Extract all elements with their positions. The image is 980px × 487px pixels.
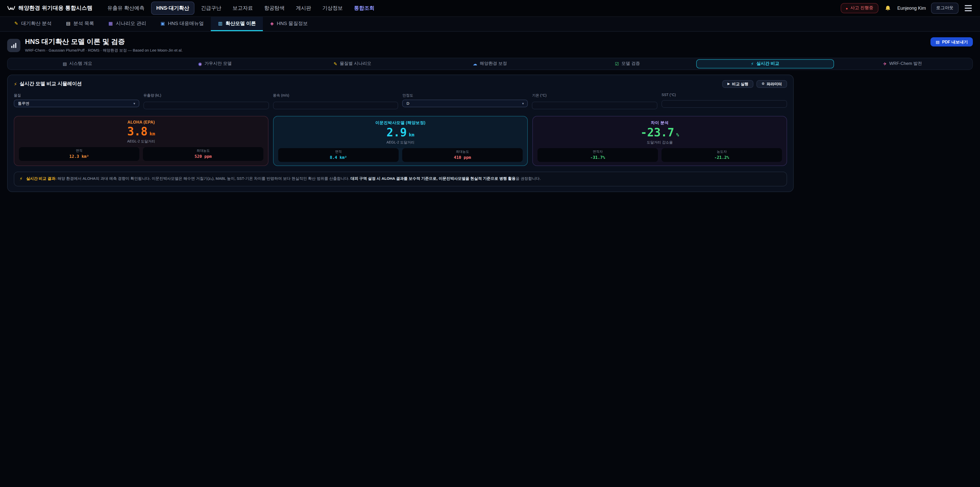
play-icon: ▶ (727, 83, 730, 86)
tab-atmospheric-analysis[interactable]: ✎ 대기확산 분석 (7, 17, 59, 31)
status-dot-icon: ● (846, 6, 848, 10)
chevron-down-icon: ▾ (522, 101, 524, 105)
nav-item-board[interactable]: 게시판 (291, 2, 316, 14)
nav-item-emergency-rescue[interactable]: 긴급구난 (196, 2, 226, 14)
stability-select[interactable]: D ▾ (402, 100, 528, 107)
wind-speed-input[interactable] (273, 102, 398, 109)
run-comparison-button[interactable]: ▶ 비교 실행 (722, 80, 753, 88)
sub-tab-bar: ✎ 대기확산 분석 ▤ 분석 목록 ▦ 시나리오 관리 ▣ HNS 대응매뉴얼 … (0, 17, 980, 32)
flask-icon: ◈ (270, 21, 274, 26)
spill-volume-input[interactable] (143, 102, 269, 109)
tab-label: 분석 목록 (73, 20, 94, 27)
section-nav: ▤ 시스템 개요 ◉ 가우시안 모델 ✎ 물질별 시나리오 ☁ 해양환경 보정 … (7, 58, 973, 70)
lightning-icon: ⚡ (14, 81, 17, 86)
pdf-export-button[interactable]: ▤ PDF 내보내기 (931, 37, 973, 46)
card-stats: 면적 12.3 km² 최대농도 520 ppm (19, 147, 263, 161)
document-icon: ▤ (66, 21, 70, 26)
section-label: 시스템 개요 (69, 61, 92, 67)
tab-diffusion-model-theory[interactable]: ▥ 확산모델 이론 (211, 17, 263, 31)
substance-select-value: 톨루엔 (18, 101, 29, 106)
tab-label: 확산모델 이론 (225, 20, 256, 27)
top-navigation: 해양환경 위기대응 통합시스템 유출유 확산예측 HNS·대기확산 긴급구난 보… (0, 0, 980, 17)
gaussian-circle-icon: ◉ (198, 62, 202, 66)
stat-max-concentration: 최대농도 520 ppm (143, 147, 263, 161)
incident-status-badge[interactable]: ● 사고 진행중 (841, 3, 878, 13)
card-title: ALOHA (EPA) (19, 120, 263, 125)
tab-hns-response-manual[interactable]: ▣ HNS 대응매뉴얼 (153, 17, 211, 31)
tab-analysis-list[interactable]: ▤ 분석 목록 (59, 17, 101, 31)
section-item-system-overview[interactable]: ▤ 시스템 개요 (9, 59, 146, 69)
stat-concentration-diff: 농도차 -21.2% (662, 148, 782, 162)
comparison-note-text: 실시간 비교 결과: 해양 환경에서 ALOHA의 과대 예측 경향이 확인됩니… (26, 176, 541, 182)
card-caption: 도달거리 감소율 (538, 140, 782, 145)
logout-button[interactable]: 로그아웃 (931, 3, 959, 14)
notification-bell-button[interactable] (883, 4, 892, 13)
section-item-wrf-chem[interactable]: ✈ WRF-Chem 발전 (834, 59, 971, 69)
main-menu: 유출유 확산예측 HNS·대기확산 긴급구난 보고자료 항공탐색 게시판 기상정… (103, 2, 841, 15)
book-icon: ▣ (161, 21, 165, 26)
folder-icon: ▦ (108, 21, 113, 26)
pdf-export-label: PDF 내보내기 (942, 39, 968, 45)
card-title: 이문진박사모델 (해양보정) (278, 120, 523, 126)
incident-status-label: 사고 진행중 (850, 5, 873, 11)
control-stability: 안정도 D ▾ (402, 93, 528, 109)
rocket-icon: ✈ (883, 62, 886, 66)
section-item-substance-scenarios[interactable]: ✎ 물질별 시나리오 (284, 59, 422, 69)
sst-input[interactable] (662, 100, 787, 108)
comparison-note: ⚡ 실시간 비교 결과: 해양 환경에서 ALOHA의 과대 예측 경향이 확인… (14, 172, 787, 186)
air-temperature-input[interactable] (532, 102, 658, 109)
spill-volume-label: 유출량 (kL) (143, 93, 269, 98)
card-title: 차이 분석 (538, 120, 782, 126)
chart-icon: ▥ (218, 21, 222, 26)
parameters-button[interactable]: ⚙ 파라미터 (756, 80, 787, 88)
card-caption: AEGL-2 도달거리 (278, 140, 523, 145)
run-comparison-label: 비교 실행 (732, 81, 748, 86)
control-wind-speed: 풍속 (m/s) (273, 93, 398, 109)
page-header-text: HNS 대기확산 모델 이론 및 검증 WRF-Chem · Gaussian … (25, 37, 183, 53)
section-label: 해양환경 보정 (480, 61, 507, 67)
nav-item-integrated-search[interactable]: 통합조회 (349, 2, 379, 14)
model-card-leemoonjin: 이문진박사모델 (해양보정) 2.9 km AEGL-2 도달거리 면적 8.4… (273, 116, 528, 166)
panel-title-text: 실시간 모델 비교 시뮬레이션 (20, 81, 82, 87)
section-label: 물질별 시나리오 (340, 61, 371, 67)
nav-item-weather[interactable]: 기상정보 (318, 2, 347, 14)
document-icon: ▤ (935, 40, 939, 44)
card-stats: 면적 8.4 km² 최대농도 410 ppm (278, 148, 523, 162)
control-spill-volume: 유출량 (kL) (143, 93, 269, 109)
tab-hns-substance-info[interactable]: ◈ HNS 물질정보 (263, 17, 315, 31)
tab-label: 대기확산 분석 (21, 20, 52, 27)
tab-scenario-management[interactable]: ▦ 시나리오 관리 (101, 17, 153, 31)
wind-speed-label: 풍속 (m/s) (273, 93, 398, 98)
page-header: HNS 대기확산 모델 이론 및 검증 WRF-Chem · Gaussian … (0, 32, 980, 58)
lightning-icon: ⚡ (19, 176, 23, 182)
nav-item-oil-spill[interactable]: 유출유 확산예측 (103, 2, 149, 14)
diff-analysis-card: 차이 분석 -23.7 % 도달거리 감소율 면적차 -31.7% 농도차 -2… (532, 116, 787, 166)
section-item-marine-correction[interactable]: ☁ 해양환경 보정 (422, 59, 559, 69)
card-value: 2.9 km (278, 127, 523, 139)
page-header-left: HNS 대기확산 모델 이론 및 검증 WRF-Chem · Gaussian … (7, 37, 183, 53)
menu-button[interactable] (964, 4, 973, 12)
cloud-icon: ☁ (473, 62, 477, 66)
substance-select[interactable]: 톨루엔 ▾ (14, 100, 139, 107)
pencil-icon: ✎ (14, 21, 18, 26)
section-item-gaussian-model[interactable]: ◉ 가우시안 모델 (146, 59, 284, 69)
check-icon: ☑ (615, 62, 619, 66)
app-title: 해양환경 위기대응 통합시스템 (18, 5, 93, 12)
tab-label: HNS 물질정보 (277, 20, 308, 27)
simulation-panel: ⚡ 실시간 모델 비교 시뮬레이션 ▶ 비교 실행 ⚙ 파라미터 물질 톨루엔 (7, 75, 794, 192)
pencil-icon: ✎ (334, 62, 337, 66)
control-air-temperature: 기온 (°C) (532, 93, 658, 109)
overview-icon: ▤ (63, 62, 67, 66)
nav-item-hns-atmospheric[interactable]: HNS·대기확산 (151, 2, 194, 15)
tab-label: 시나리오 관리 (116, 20, 146, 27)
nav-item-aerial-search[interactable]: 항공탐색 (259, 2, 289, 14)
topnav-right: ● 사고 진행중 Eunjeong Kim 로그아웃 (841, 3, 973, 14)
panel-title: ⚡ 실시간 모델 비교 시뮬레이션 (14, 81, 82, 87)
card-caption: AEGL-2 도달거리 (19, 139, 263, 144)
stability-select-value: D (407, 101, 409, 106)
air-temperature-label: 기온 (°C) (532, 93, 658, 98)
section-item-model-validation[interactable]: ☑ 모델 검증 (558, 59, 696, 69)
section-item-realtime-comparison[interactable]: ⚡ 실시간 비교 (696, 59, 834, 69)
nav-item-reports[interactable]: 보고자료 (228, 2, 258, 14)
tab-label: HNS 대응매뉴얼 (168, 20, 204, 27)
